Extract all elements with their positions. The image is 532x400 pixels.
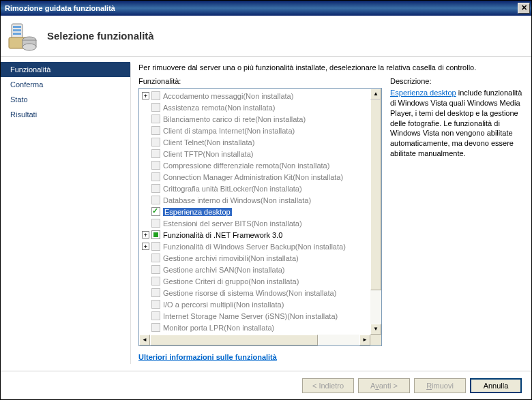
feature-status: (Non installata) — [279, 161, 329, 170]
feature-status: (Non installata) — [293, 173, 343, 181]
feature-checkbox — [151, 149, 160, 158]
tree-row[interactable]: Internet Storage Name Server (iSNS) (Non… — [141, 310, 369, 322]
feature-status: (Non installata) — [204, 138, 254, 147]
cancel-button[interactable]: Annulla — [470, 378, 522, 393]
tree-row[interactable]: Assistenza remota (Non installata) — [141, 102, 369, 113]
feature-status: (Non installata) — [224, 104, 275, 112]
feature-label: Bilanciamento carico di rete — [163, 115, 255, 123]
header: Selezione funzionalità — [1, 16, 531, 57]
sidebar-item-1[interactable]: Conferma — [1, 77, 130, 92]
feature-checkbox — [151, 91, 160, 100]
main-panel: Per rimuovere dal server una o più funzi… — [130, 57, 531, 371]
feature-label: Monitor porta LPR — [163, 324, 224, 332]
feature-label: Funzionalità di Windows Server Backup — [163, 243, 295, 251]
sidebar-item-2[interactable]: Stato — [1, 92, 130, 107]
expand-icon[interactable]: + — [142, 231, 149, 239]
scroll-up-button[interactable]: ▲ — [370, 89, 381, 99]
expand-spacer — [142, 312, 149, 320]
description-text: Esperienza desktop include funzionalità … — [390, 88, 523, 159]
tree-row[interactable]: +Accodamento messaggi (Non installata) — [141, 90, 369, 102]
tree-row[interactable]: Client TFTP (Non installata) — [141, 148, 369, 159]
wizard-icon — [8, 21, 38, 51]
tree-row[interactable]: Estensioni del server BITS (Non installa… — [141, 217, 369, 229]
expand-spacer — [142, 150, 149, 157]
next-button[interactable]: Avanti > — [358, 378, 410, 393]
expand-spacer — [142, 219, 149, 227]
description-body: include funzionalità di Windows Vista qu… — [390, 89, 522, 157]
feature-label: Gestione Criteri di gruppo — [163, 277, 248, 286]
svg-rect-2 — [13, 29, 21, 31]
tree-row[interactable]: Bilanciamento carico di rete (Non instal… — [141, 113, 369, 125]
separator — [130, 63, 131, 364]
remove-button[interactable]: Rimuovi — [414, 378, 466, 393]
feature-checkbox — [151, 161, 160, 170]
feature-status: (Non installata) — [261, 196, 311, 204]
expand-spacer — [142, 196, 149, 204]
sidebar: FunzionalitàConfermaStatoRisultati — [1, 57, 130, 371]
tree-row[interactable]: Client di stampa Internet (Non installat… — [141, 125, 369, 136]
feature-status: (Non installata) — [295, 243, 346, 251]
feature-status: (Non installata) — [244, 127, 295, 135]
scroll-down-button[interactable]: ▼ — [370, 324, 381, 335]
feature-label: Gestione risorse di sistema Windows — [163, 289, 286, 297]
feature-checkbox — [151, 172, 160, 181]
window-title: Rimozione guidata funzionalità — [5, 4, 518, 12]
tree-row[interactable]: Monitor porta LPR (Non installata) — [141, 322, 369, 333]
tree-row[interactable]: Compressione differenziale remota (Non i… — [141, 159, 369, 171]
expand-icon[interactable]: + — [142, 92, 149, 99]
vertical-scrollbar[interactable]: ▲ ▼ — [370, 89, 381, 335]
tree-row[interactable]: +Funzionalità di .NET Framework 3.0 — [141, 229, 369, 241]
feature-checkbox — [151, 114, 160, 123]
sidebar-item-0[interactable]: Funzionalità — [1, 62, 130, 77]
expand-spacer — [142, 266, 149, 273]
feature-label: I/O a percorsi multipli — [163, 301, 233, 309]
feature-label: Client Telnet — [163, 138, 204, 147]
horizontal-scrollbar[interactable]: ◄ ► — [139, 335, 370, 345]
feature-label: Gestione archivi rimovibili — [163, 254, 248, 262]
scroll-right-button[interactable]: ► — [359, 335, 370, 345]
expand-spacer — [142, 161, 149, 169]
feature-checkbox — [151, 288, 160, 297]
expand-icon[interactable]: + — [142, 243, 149, 250]
tree-row[interactable]: Client Telnet (Non installata) — [141, 136, 369, 148]
features-tree[interactable]: +Accodamento messaggi (Non installata)As… — [138, 88, 382, 346]
feature-label: Connection Manager Administration Kit — [163, 173, 293, 181]
tree-row[interactable]: Esperienza desktop — [141, 206, 369, 217]
feature-status: (Non installata) — [224, 324, 274, 332]
tree-row[interactable]: +Funzionalità di Windows Server Backup (… — [141, 241, 369, 252]
feature-checkbox — [151, 300, 160, 309]
tree-row[interactable]: Gestione risorse di sistema Windows (Non… — [141, 287, 369, 298]
feature-checkbox[interactable] — [151, 207, 160, 216]
tree-row[interactable]: Crittografia unità BitLocker (Non instal… — [141, 183, 369, 194]
tree-row[interactable]: Gestione archivi SAN (Non installata) — [141, 264, 369, 275]
tree-row[interactable]: Gestione archivi rimovibili (Non install… — [141, 252, 369, 264]
expand-spacer — [142, 254, 149, 262]
feature-status: (Non installata) — [252, 185, 302, 193]
feature-status: (Non installata) — [286, 289, 336, 297]
feature-status: (Non installata) — [243, 92, 293, 100]
tree-row[interactable]: Database interno di Windows (Non install… — [141, 194, 369, 206]
feature-status: (Non installata) — [255, 115, 306, 123]
body: FunzionalitàConfermaStatoRisultati Per r… — [1, 57, 531, 371]
footer: < Indietro Avanti > Rimuovi Annulla — [1, 371, 531, 399]
expand-spacer — [142, 208, 149, 215]
feature-checkbox — [151, 103, 160, 112]
feature-checkbox — [151, 265, 160, 274]
tree-row[interactable]: I/O a percorsi multipli (Non installata) — [141, 298, 369, 310]
expand-spacer — [142, 138, 149, 146]
feature-label: Funzionalità di .NET Framework 3.0 — [163, 231, 282, 239]
feature-checkbox[interactable] — [151, 230, 160, 239]
feature-checkbox — [151, 219, 160, 228]
sidebar-item-3[interactable]: Risultati — [1, 107, 130, 122]
feature-label: Client di stampa Internet — [163, 127, 244, 135]
tree-row[interactable]: Gestione Criteri di gruppo (Non installa… — [141, 275, 369, 287]
back-button[interactable]: < Indietro — [302, 378, 354, 393]
expand-spacer — [142, 277, 149, 285]
close-button[interactable]: ✕ — [518, 3, 530, 14]
description-link[interactable]: Esperienza desktop — [390, 89, 456, 97]
expand-spacer — [142, 289, 149, 296]
scroll-left-button[interactable]: ◄ — [139, 335, 150, 345]
tree-row[interactable]: Connection Manager Administration Kit (N… — [141, 171, 369, 183]
more-info-link[interactable]: Ulteriori informazioni sulle funzionalit… — [138, 353, 382, 361]
feature-label: Accodamento messaggi — [163, 92, 243, 100]
